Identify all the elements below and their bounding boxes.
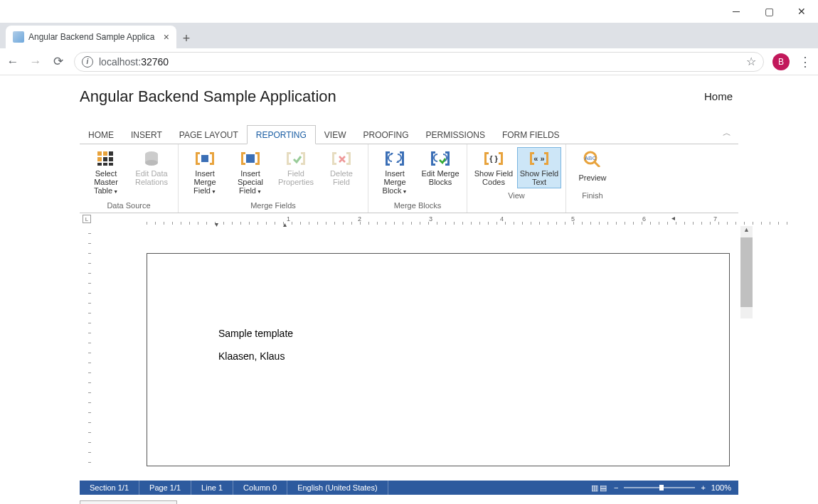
show-field-text-button[interactable]: « » Show Field Text [517,147,561,188]
show-field-codes-button[interactable]: { } Show Field Codes [472,147,516,188]
app-title: Angular Backend Sample Application [80,87,336,106]
status-column[interactable]: Column 0 [233,481,287,495]
zoom-value[interactable]: 100% [711,483,731,492]
collapse-ribbon-icon[interactable]: ︿ [723,127,731,144]
ribbon-group-merge-blocks: Insert Merge Block▼ Edit Merge Blocks Me… [368,144,467,213]
ribbon-tab-permissions[interactable]: PERMISSIONS [418,126,494,144]
profile-avatar[interactable]: B [772,53,790,70]
insert-merge-block-button[interactable]: Insert Merge Block▼ [373,147,417,198]
document-area: L 1234567▾▴◂ Sample template Klaasen, Kl… [80,213,738,481]
svg-rect-12 [201,155,208,162]
ribbon-tab-form-fields[interactable]: FORM FIELDS [494,126,568,144]
site-info-icon[interactable]: i [82,56,93,68]
svg-text:« »: « » [533,154,544,163]
field-codes-icon: { } [482,149,505,168]
new-tab-button[interactable]: + [176,28,196,48]
field-properties-icon [285,149,307,168]
ribbon-tab-reporting[interactable]: REPORTING [247,125,316,144]
svg-rect-8 [109,163,113,166]
back-button[interactable]: ← [6,55,20,69]
ruler-corner-icon[interactable]: L [83,215,91,223]
svg-rect-7 [103,163,107,166]
scrollbar-thumb[interactable] [740,237,753,307]
preview-icon: ABC [581,149,604,168]
browser-menu-icon[interactable]: ⋮ [798,54,812,70]
zoom-in-button[interactable]: + [701,483,705,492]
ribbon-body: Select Master Table▼ Edit Data Relations… [80,144,738,213]
svg-text:{ }: { } [489,154,498,163]
group-label: Merge Blocks [373,198,462,211]
document-page[interactable]: Sample template Klaasen, Klaus [147,253,730,466]
ribbon-tab-insert[interactable]: INSERT [122,126,171,144]
url-port: 32760 [141,56,169,68]
svg-rect-1 [103,151,107,156]
svg-rect-4 [103,157,107,161]
svg-point-11 [145,160,158,166]
vertical-ruler[interactable] [80,226,95,481]
svg-rect-3 [97,157,102,161]
merge-field-icon [193,149,216,168]
select-master-table-button[interactable]: Select Master Table▼ [84,147,128,198]
zoom-out-button[interactable]: − [614,483,618,492]
status-bar: Section 1/1 Page 1/1 Line 1 Column 0 Eng… [80,481,738,495]
group-label: Finish [570,188,615,201]
status-page[interactable]: Page 1/1 [139,481,191,495]
insert-special-field-button[interactable]: Insert Special Field▼ [228,147,272,198]
minimize-button[interactable]: ─ [720,0,753,23]
ribbon-tab-home[interactable]: HOME [80,126,122,144]
delete-field-icon [330,149,353,168]
ribbon-group-view: { } Show Field Codes « » Show Field Text… [467,144,566,213]
insert-merge-field-button[interactable]: Insert Merge Field▼ [183,147,227,198]
merge-document-button[interactable]: Merge Document [80,500,177,504]
special-field-icon [239,149,262,168]
edit-merge-blocks-button[interactable]: Edit Merge Blocks [418,147,462,198]
window-titlebar: ─ ▢ ✕ [0,0,818,23]
url-host: localhost: [99,56,141,68]
ribbon-tab-view[interactable]: VIEW [316,126,355,144]
vertical-scrollbar[interactable]: ▲ [740,226,753,318]
svg-text:ABC: ABC [585,155,597,161]
status-language[interactable]: English (United States) [287,481,388,495]
address-bar[interactable]: i localhost:32760 ☆ [74,52,764,72]
bookmark-icon[interactable]: ☆ [746,55,756,68]
zoom-slider[interactable] [624,487,695,488]
svg-rect-0 [97,151,102,156]
svg-rect-6 [97,163,102,166]
home-link[interactable]: Home [704,90,733,102]
svg-rect-5 [109,157,113,161]
preview-button[interactable]: ABC Preview [570,147,615,188]
horizontal-ruler[interactable]: L 1234567▾▴◂ [80,213,738,226]
edit-data-relations-button[interactable]: Edit Data Relations [129,147,174,198]
document-line-1: Sample template [218,328,729,339]
browser-tabstrip: Angular Backend Sample Applica × + [0,23,818,48]
group-label: Merge Fields [183,198,363,211]
delete-field-button[interactable]: Delete Field [319,147,363,198]
ribbon-group-finish: ABC Preview Finish [566,144,619,213]
ribbon-tab-proofing[interactable]: PROOFING [355,126,418,144]
ribbon-tab-page-layout[interactable]: PAGE LAYOUT [171,126,247,144]
browser-tab[interactable]: Angular Backend Sample Applica × [6,26,176,48]
close-tab-icon[interactable]: × [164,31,169,43]
status-section[interactable]: Section 1/1 [80,481,139,495]
document-line-2: Klaasen, Klaus [218,350,729,362]
browser-toolbar: ← → ⟳ i localhost:32760 ☆ B ⋮ [0,48,818,75]
merge-block-icon [383,149,406,168]
tab-title: Angular Backend Sample Applica [28,32,159,42]
ribbon-group-data-source: Select Master Table▼ Edit Data Relations… [80,144,179,213]
status-line[interactable]: Line 1 [191,481,233,495]
group-label: View [472,188,561,201]
svg-rect-13 [246,154,255,163]
reload-button[interactable]: ⟳ [51,54,65,69]
ribbon-tabs: HOME INSERT PAGE LAYOUT REPORTING VIEW P… [80,125,738,144]
close-window-button[interactable]: ✕ [785,0,818,23]
layout-icons[interactable]: ▥▤ [591,483,608,493]
forward-button[interactable]: → [28,55,43,69]
field-properties-button[interactable]: Field Properties [274,147,318,198]
app-header: Angular Backend Sample Application Home [0,75,818,118]
ribbon: HOME INSERT PAGE LAYOUT REPORTING VIEW P… [80,125,738,213]
edit-blocks-icon [429,149,452,168]
field-text-icon: « » [528,149,551,168]
svg-rect-2 [109,151,113,156]
maximize-button[interactable]: ▢ [753,0,785,23]
favicon-icon [13,31,24,43]
